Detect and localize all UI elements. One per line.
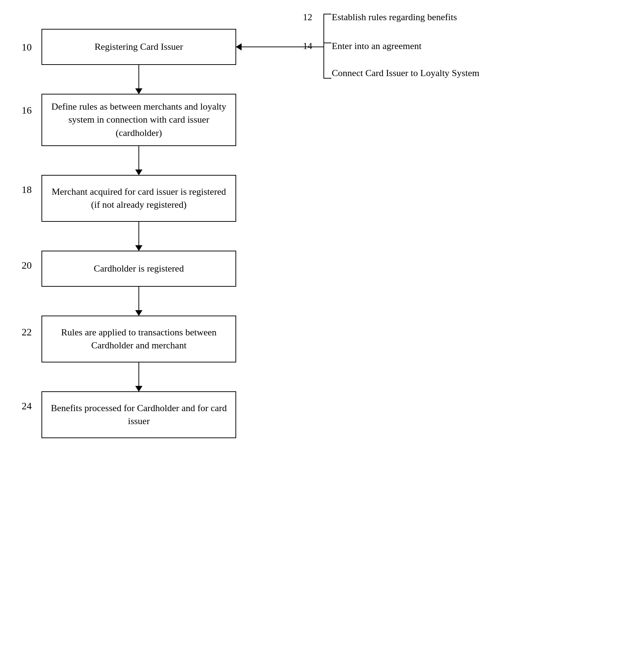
arrow-18-to-20 xyxy=(138,222,139,251)
step-16-label: 16 xyxy=(22,105,32,116)
bracket-mid-tick xyxy=(323,43,331,43)
bracket-bottom-tick xyxy=(323,78,331,79)
arrow-10-to-16 xyxy=(138,65,139,94)
box-define-rules: Define rules as between merchants and lo… xyxy=(41,94,236,146)
step-10-label: 10 xyxy=(22,41,32,53)
annotation-connect: Connect Card Issuer to Loyalty System xyxy=(332,67,479,80)
annotation-number-12: 12 xyxy=(303,11,312,24)
box-benefits-processed: Benefits processed for Cardholder and fo… xyxy=(41,391,236,438)
box-registering-card-issuer: Registering Card Issuer xyxy=(41,29,236,65)
box-merchant-acquired: Merchant acquired for card issuer is reg… xyxy=(41,175,236,222)
step-20-label: 20 xyxy=(22,260,32,271)
step-22-label: 22 xyxy=(22,326,32,338)
arrow-16-to-18 xyxy=(138,146,139,175)
arrow-annotation-to-box xyxy=(236,47,323,47)
box-rules-applied: Rules are applied to transactions betwee… xyxy=(41,316,236,362)
step-18-label: 18 xyxy=(22,184,32,195)
arrow-20-to-22 xyxy=(138,287,139,316)
annotation-text-14: Enter into an agreement xyxy=(332,40,422,53)
bracket-left-vertical xyxy=(323,14,324,78)
bracket-top-tick xyxy=(323,14,331,14)
arrow-22-to-24 xyxy=(138,362,139,391)
annotation-text-12: Establish rules regarding benefits xyxy=(332,11,457,24)
diagram-container: 10 Registering Card Issuer 16 Define rul… xyxy=(0,0,644,669)
step-24-label: 24 xyxy=(22,400,32,412)
box-cardholder-registered: Cardholder is registered xyxy=(41,251,236,287)
